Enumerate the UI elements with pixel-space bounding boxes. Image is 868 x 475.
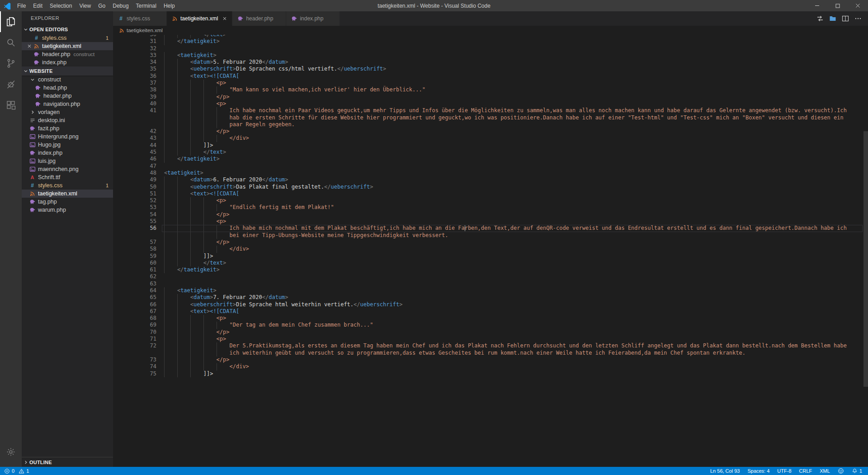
code-line-65[interactable]: 65<datum>7. Februar 2020</datum>	[113, 294, 868, 301]
tab-styles.css[interactable]: #styles.css	[113, 11, 166, 26]
status-problems[interactable]: 1	[19, 468, 29, 474]
code-line-39[interactable]: 39</p>	[113, 94, 868, 100]
code-line-50[interactable]: 50<ueberschrift>Das Plakat final gestalt…	[113, 184, 868, 190]
code-line-55[interactable]: 55<p>	[113, 218, 868, 225]
code-line-49[interactable]: 49<datum>6. Februar 2020</datum>	[113, 176, 868, 183]
menu-item-file[interactable]: File	[14, 3, 29, 9]
code-line-52[interactable]: 52<p>	[113, 197, 868, 204]
settings-gear-icon[interactable]	[0, 442, 22, 462]
code-line-35[interactable]: 35<ueberschrift>Die Sprachen css/html ve…	[113, 66, 868, 72]
file-Hugo.jpg[interactable]: Hugo.jpg	[22, 141, 113, 149]
code-line-63[interactable]: 63	[113, 280, 868, 287]
code-line-60[interactable]: 60</text>	[113, 260, 868, 266]
website-section-header[interactable]: WEBSITE	[22, 66, 113, 76]
folder-vorlagen[interactable]: vorlagen	[22, 108, 113, 116]
code-line-45[interactable]: 45</text>	[113, 149, 868, 156]
close-button[interactable]	[848, 0, 868, 11]
file-taetigkeiten.xml[interactable]: taetigkeiten.xml	[22, 190, 113, 198]
folder-construct[interactable]: construct	[22, 76, 113, 84]
menu-item-terminal[interactable]: Terminal	[132, 3, 160, 9]
code-line-51[interactable]: 51<text><![CDATA[	[113, 190, 868, 197]
file-styles.css[interactable]: #styles.css1	[22, 181, 113, 190]
close-icon[interactable]	[25, 43, 33, 49]
tab-index.php[interactable]: index.php	[286, 11, 340, 26]
code-line-73[interactable]: 73</p>	[113, 356, 868, 363]
open-editor-index.php[interactable]: index.php	[22, 58, 113, 66]
code-line-64[interactable]: 64<taetigkeit>	[113, 287, 868, 294]
code-line-32[interactable]: 32	[113, 45, 868, 52]
explorer-icon[interactable]	[0, 11, 22, 32]
code-line-42[interactable]: 42</p>	[113, 128, 868, 135]
status-problems[interactable]: 0	[4, 468, 14, 474]
menu-item-edit[interactable]: Edit	[29, 3, 46, 9]
code-line-56[interactable]: 56Ich habe mich nochmal mit dem Plakat b…	[113, 225, 868, 239]
debug-icon[interactable]	[0, 74, 22, 95]
code-line-53[interactable]: 53"Endlich fertig mit dem Plakat!"	[113, 204, 868, 211]
status-language[interactable]: XML	[820, 468, 830, 474]
open-editor-taetigkeiten.xml[interactable]: taetigkeiten.xml	[22, 42, 113, 50]
file-Schrift.ttf[interactable]: ASchrift.ttf	[22, 173, 113, 181]
maximize-button[interactable]	[827, 0, 848, 11]
code-line-40[interactable]: 40<p>	[113, 100, 868, 107]
breadcrumb[interactable]: taetigkeiten.xml	[113, 26, 868, 35]
more-actions-icon[interactable]	[854, 15, 862, 22]
source-control-icon[interactable]	[0, 53, 22, 74]
editor-viewport[interactable]: 30</text>31</taetigkeit>3233<taetigkeit>…	[113, 35, 868, 467]
code-line-57[interactable]: 57</p>	[113, 239, 868, 246]
code-line-68[interactable]: 68<p>	[113, 315, 868, 322]
file-navigation.php[interactable]: navigation.php	[22, 100, 113, 108]
code-line-67[interactable]: 67<text><![CDATA[	[113, 308, 868, 315]
code-line-70[interactable]: 70</p>	[113, 329, 868, 336]
code-line-38[interactable]: 38"Man kann so viel machen,ich verlier' …	[113, 86, 868, 93]
code-line-37[interactable]: 37<p>	[113, 80, 868, 86]
code-line-43[interactable]: 43</div>	[113, 135, 868, 142]
menu-item-help[interactable]: Help	[160, 3, 179, 9]
file-warum.php[interactable]: warum.php	[22, 206, 113, 214]
code-line-72[interactable]: 72Der 5.Praktikumstag,als erstes an dies…	[113, 342, 868, 356]
tab-taetigkeiten.xml[interactable]: taetigkeiten.xml	[167, 11, 232, 26]
status-indentation[interactable]: Spaces: 4	[747, 468, 769, 474]
code-line-30[interactable]: 30</text>	[113, 35, 868, 38]
status-encoding[interactable]: UTF-8	[777, 468, 791, 474]
code-line-46[interactable]: 46</taetigkeit>	[113, 156, 868, 162]
code-line-31[interactable]: 31</taetigkeit>	[113, 38, 868, 45]
outline-section-header[interactable]: OUTLINE	[22, 457, 113, 467]
status-cursor-position[interactable]: Ln 56, Col 93	[710, 468, 740, 474]
open-editor-header.php[interactable]: header.phpconstruct	[22, 50, 113, 58]
code-line-62[interactable]: 62	[113, 273, 868, 280]
status-eol[interactable]: CRLF	[799, 468, 812, 474]
code-line-71[interactable]: 71<p>	[113, 336, 868, 342]
code-line-59[interactable]: 59]]>	[113, 253, 868, 260]
code-line-61[interactable]: 61</taetigkeit>	[113, 266, 868, 273]
menu-item-view[interactable]: View	[75, 3, 94, 9]
notifications-bell[interactable]: 1	[852, 468, 862, 474]
menu-item-debug[interactable]: Debug	[109, 3, 132, 9]
code-line-44[interactable]: 44]]>	[113, 142, 868, 149]
close-icon[interactable]	[222, 16, 227, 21]
code-line-75[interactable]: 75]]>	[113, 370, 868, 377]
open-editor-styles.css[interactable]: #styles.css1	[22, 34, 113, 42]
file-tag.php[interactable]: tag.php	[22, 198, 113, 206]
code-line-74[interactable]: 74</div>	[113, 363, 868, 370]
file-head.php[interactable]: head.php	[22, 84, 113, 92]
split-editor-icon[interactable]	[842, 15, 849, 22]
code-line-54[interactable]: 54</p>	[113, 211, 868, 218]
code-line-36[interactable]: 36<text><![CDATA[	[113, 73, 868, 80]
minimize-button[interactable]	[807, 0, 827, 11]
feedback-smiley-icon[interactable]	[838, 468, 844, 474]
menu-item-go[interactable]: Go	[94, 3, 109, 9]
code-line-47[interactable]: 47	[113, 163, 868, 170]
compare-icon[interactable]	[816, 15, 824, 22]
code-line-48[interactable]: 48<taetigkeit>	[113, 170, 868, 176]
file-Hintergrund.png[interactable]: Hintergrund.png	[22, 133, 113, 141]
extensions-icon[interactable]	[0, 95, 22, 115]
open-folder-icon[interactable]	[829, 15, 836, 22]
file-header.php[interactable]: header.php	[22, 92, 113, 100]
file-maennchen.png[interactable]: maennchen.png	[22, 165, 113, 173]
code-line-66[interactable]: 66<ueberschrift>Die Sprache html weiterh…	[113, 301, 868, 308]
code-line-69[interactable]: 69"Der tag an dem mein Chef zusammen bra…	[113, 322, 868, 328]
file-desktop.ini[interactable]: desktop.ini	[22, 116, 113, 124]
tab-header.php[interactable]: header.php	[232, 11, 286, 26]
code-line-41[interactable]: 41Ich habe nochmal ein Paar Videos geguc…	[113, 107, 868, 128]
open-editors-header[interactable]: OPEN EDITORS	[22, 25, 113, 34]
